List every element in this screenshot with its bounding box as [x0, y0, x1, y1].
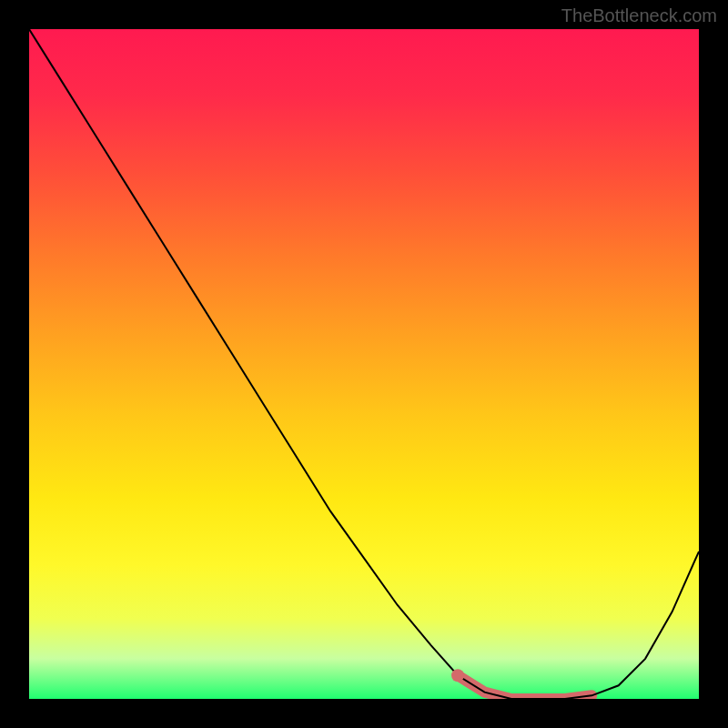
- gradient-background: [29, 29, 699, 699]
- watermark-text: TheBottleneck.com: [561, 5, 717, 26]
- plot-area: [29, 29, 699, 699]
